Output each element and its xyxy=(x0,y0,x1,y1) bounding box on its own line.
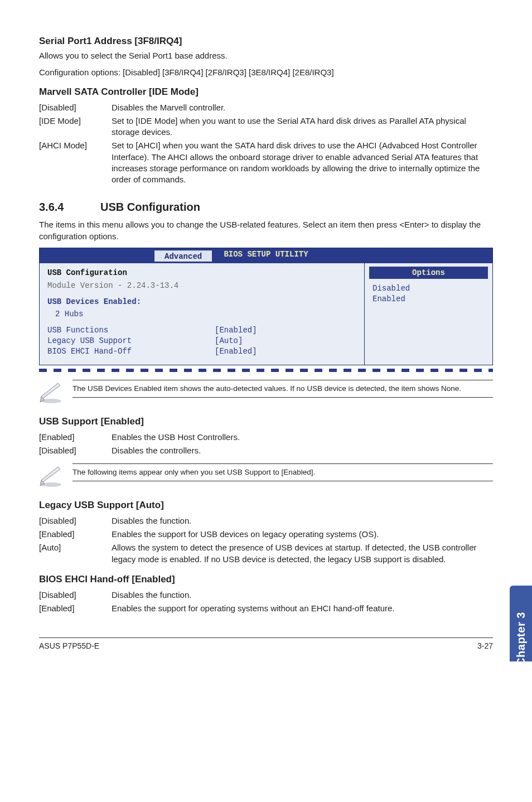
bios-item-key: USB Functions xyxy=(47,325,215,336)
table-row: [Auto] Allows the system to detect the p… xyxy=(39,541,493,566)
bios-item-value: [Enabled] xyxy=(215,325,257,336)
bios-panel: BIOS SETUP UTILITY Advanced USB Configur… xyxy=(39,248,493,365)
option-value: Disables the Marvell controller. xyxy=(112,101,493,114)
table-row: [AHCI Mode] Set to [AHCI] when you want … xyxy=(39,139,493,186)
bios-options-header: Options xyxy=(369,267,488,279)
bios-option[interactable]: Disabled xyxy=(373,283,485,294)
table-row: [Disabled] Disables the controllers. xyxy=(39,444,493,457)
bios-module-version: Module Version - 2.24.3-13.4 xyxy=(47,281,356,291)
table-row: [Enabled] Enables the support for operat… xyxy=(39,602,493,615)
section-intro: The items in this menu allows you to cha… xyxy=(39,219,493,242)
bios-item-key: Legacy USB Support xyxy=(47,336,215,346)
bios-devices-enabled-label: USB Devices Enabled: xyxy=(47,297,356,307)
note-icon xyxy=(39,380,64,407)
footer-left: ASUS P7P55D-E xyxy=(39,641,99,650)
option-value: Disables the controllers. xyxy=(112,444,493,457)
chapter-tab-label: Chapter 3 xyxy=(515,612,528,662)
section-number: 3.6.4 xyxy=(39,201,100,214)
table-row: [Enabled] Enables the support for USB de… xyxy=(39,528,493,541)
usb-support-heading: USB Support [Enabled] xyxy=(39,416,493,427)
usb-support-table: [Enabled] Enables the USB Host Controlle… xyxy=(39,431,493,458)
bios-devices-enabled-value: 2 Hubs xyxy=(47,309,356,320)
footer-right: 3-27 xyxy=(477,641,493,650)
section-heading: 3.6.4USB Configuration xyxy=(39,201,493,214)
bios-item[interactable]: BIOS EHCI Hand-Off [Enabled] xyxy=(47,346,356,357)
chapter-tab: Chapter 3 xyxy=(510,586,532,661)
option-key: [Enabled] xyxy=(39,602,112,615)
option-key: [AHCI Mode] xyxy=(39,139,112,186)
note-block: The USB Devices Enabled item shows the a… xyxy=(39,380,493,407)
ehci-table: [Disabled] Disables the function. [Enabl… xyxy=(39,588,493,616)
bios-utility-title: BIOS SETUP UTILITY xyxy=(224,250,308,259)
option-value: Allows the system to detect the presence… xyxy=(112,541,493,566)
table-row: [IDE Mode] Set to [IDE Mode] when you wa… xyxy=(39,114,493,139)
option-key: [Disabled] xyxy=(39,588,112,602)
option-key: [Disabled] xyxy=(39,101,112,114)
option-key: [Disabled] xyxy=(39,514,112,528)
section-title: USB Configuration xyxy=(100,201,200,213)
table-row: [Disabled] Disables the function. xyxy=(39,588,493,602)
option-value: Disables the function. xyxy=(112,514,493,528)
option-value: Enables the USB Host Controllers. xyxy=(112,431,493,444)
bios-tab-advanced[interactable]: Advanced xyxy=(154,250,212,262)
bios-item-value: [Auto] xyxy=(215,336,243,346)
option-key: [Enabled] xyxy=(39,431,112,444)
serial-port-desc2: Configuration options: [Disabled] [3F8/I… xyxy=(39,67,493,78)
bios-item-value: [Enabled] xyxy=(215,346,257,357)
option-key: [Auto] xyxy=(39,541,112,566)
note-text: The USB Devices Enabled item shows the a… xyxy=(72,380,493,398)
serial-port-desc1: Allows you to select the Serial Port1 ba… xyxy=(39,50,493,61)
bios-item[interactable]: USB Functions [Enabled] xyxy=(47,325,356,336)
note-block: The following items appear only when you… xyxy=(39,463,493,491)
option-value: Enables the support for USB devices on l… xyxy=(112,528,493,541)
option-value: Set to [AHCI] when you want the SATA har… xyxy=(112,139,493,186)
marvell-heading: Marvell SATA Controller [IDE Mode] xyxy=(39,86,493,98)
legacy-usb-heading: Legacy USB Support [Auto] xyxy=(39,500,493,511)
ehci-heading: BIOS EHCI Hand-off [Enabled] xyxy=(39,574,493,585)
dashed-separator xyxy=(39,369,493,372)
bios-right-pane: Options Disabled Enabled xyxy=(364,263,492,365)
bios-panel-heading: USB Configuration xyxy=(47,268,356,278)
note-text: The following items appear only when you… xyxy=(72,463,493,481)
note-icon xyxy=(39,463,64,491)
bios-title-bar: BIOS SETUP UTILITY Advanced xyxy=(40,248,492,263)
option-key: [Enabled] xyxy=(39,528,112,541)
page-footer: ASUS P7P55D-E 3-27 xyxy=(39,637,493,650)
bios-item[interactable]: Legacy USB Support [Auto] xyxy=(47,336,356,346)
legacy-usb-table: [Disabled] Disables the function. [Enabl… xyxy=(39,514,493,566)
option-key: [IDE Mode] xyxy=(39,114,112,139)
bios-item-key: BIOS EHCI Hand-Off xyxy=(47,346,215,357)
bios-body: USB Configuration Module Version - 2.24.… xyxy=(40,263,492,365)
table-row: [Enabled] Enables the USB Host Controlle… xyxy=(39,431,493,444)
option-value: Set to [IDE Mode] when you want to use t… xyxy=(112,114,493,139)
table-row: [Disabled] Disables the Marvell controll… xyxy=(39,101,493,114)
option-value: Disables the function. xyxy=(112,588,493,602)
bios-option[interactable]: Enabled xyxy=(373,294,485,305)
marvell-table: [Disabled] Disables the Marvell controll… xyxy=(39,101,493,187)
bios-options-list: Disabled Enabled xyxy=(365,283,492,305)
serial-port-heading: Serial Port1 Address [3F8/IRQ4] xyxy=(39,36,493,47)
page-content: Serial Port1 Address [3F8/IRQ4] Allows y… xyxy=(0,0,532,661)
option-value: Enables the support for operating system… xyxy=(112,602,493,615)
table-row: [Disabled] Disables the function. xyxy=(39,514,493,528)
bios-left-pane: USB Configuration Module Version - 2.24.… xyxy=(40,263,364,365)
option-key: [Disabled] xyxy=(39,444,112,457)
